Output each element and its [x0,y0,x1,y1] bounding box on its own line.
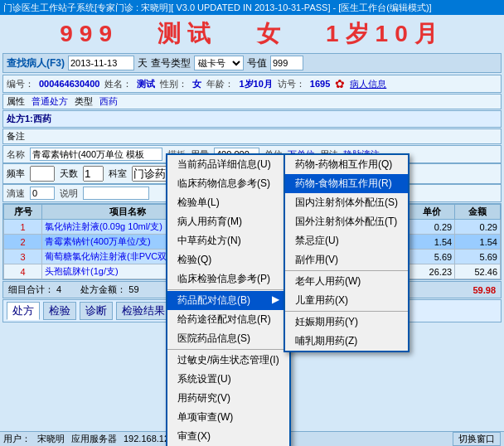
menu-test[interactable]: 检验(Q) [167,250,289,269]
menu-patient-med[interactable]: 病人用药育(M) [167,212,289,231]
menu-drug-info[interactable]: 当前药品详细信息(U) [167,155,289,174]
menu-herbal[interactable]: 中草药处方(N) [167,231,289,250]
submenu-children[interactable]: 儿童用药(X) [285,291,408,310]
menu-clinical-test-ref[interactable]: 临床检验信息参考(P) [167,269,289,288]
menu-system-settings[interactable]: 系统设置(U) [167,370,289,389]
menu-test-order[interactable]: 检验单(L) [167,193,289,212]
submenu-domestic-injection[interactable]: 国内注射剂体外配伍(S) [285,193,408,212]
submenu: 药物-药物相互作用(Q) 药物-食物相互作用(R) 国内注射剂体外配伍(S) 国… [284,153,410,352]
menu-single-review[interactable]: 单项审查(W) [167,408,289,427]
context-menu-overlay[interactable]: 当前药品详细信息(U) 临床药物信息参考(S) 检验单(L) 病人用药育(M) … [0,0,504,446]
submenu-drug-food[interactable]: 药物-食物相互作用(R) [285,174,408,193]
submenu-contraindications[interactable]: 禁忌症(U) [285,231,408,250]
submenu-arrow: ▶ [272,293,279,305]
menu-sep-2 [167,349,289,350]
submenu-drug-drug[interactable]: 药物-药物相互作用(Q) [285,155,408,174]
submenu-elderly[interactable]: 老年人用药(W) [285,272,408,291]
submenu-pregnancy[interactable]: 妊娠期用药(Y) [285,313,408,332]
menu-route-pair[interactable]: 给药途径配对信息(R) [167,310,289,329]
submenu-sep-2 [285,311,408,312]
menu-hospital-drug[interactable]: 医院药品信息(S) [167,329,289,348]
menu-review[interactable]: 审查(X) [167,427,289,446]
submenu-sep-1 [285,270,408,271]
menu-sep-1 [167,289,289,290]
menu-drug-research[interactable]: 用药研究(V) [167,389,289,408]
submenu-nursing[interactable]: 哺乳期用药(Z) [285,332,408,351]
menu-drug-pair[interactable]: 药品配对信息(B) ▶ [167,291,289,310]
menu-allergy[interactable]: 过敏史/病生状态管理(I) [167,351,289,370]
submenu-side-effects[interactable]: 副作用(V) [285,250,408,269]
menu-clinical-ref[interactable]: 临床药物信息参考(S) [167,174,289,193]
context-menu: 当前药品详细信息(U) 临床药物信息参考(S) 检验单(L) 病人用药育(M) … [166,153,291,446]
submenu-foreign-injection[interactable]: 国外注射剂体外配伍(T) [285,212,408,231]
